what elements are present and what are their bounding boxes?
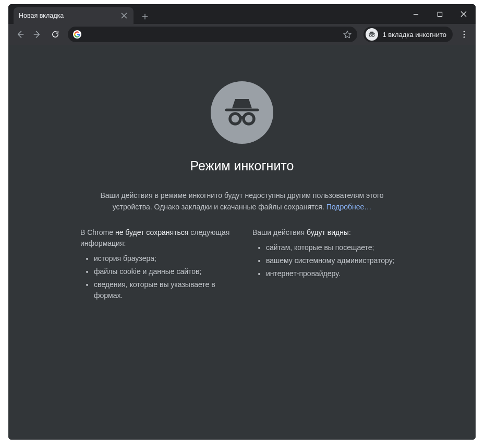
tab-title: Новая вкладка <box>19 12 116 19</box>
content-area: Режим инкогнито Ваши действия в режиме и… <box>8 45 476 440</box>
svg-point-4 <box>464 34 465 35</box>
incognito-badge-icon <box>366 28 378 41</box>
plus-icon <box>141 13 149 20</box>
titlebar: Новая вкладка <box>8 4 476 24</box>
browser-window: Новая вкладка <box>8 4 476 440</box>
back-button[interactable] <box>11 26 28 43</box>
minimize-button[interactable] <box>404 4 428 24</box>
maximize-icon <box>437 11 443 17</box>
svg-point-3 <box>464 31 465 32</box>
incognito-chip[interactable]: 1 вкладка инкогнито <box>363 27 453 42</box>
list-item: файлы cookie и данные сайтов; <box>94 266 232 277</box>
forward-button[interactable] <box>29 26 46 43</box>
new-tab-button[interactable] <box>138 9 152 24</box>
svg-point-7 <box>244 114 254 124</box>
not-saved-column: В Chrome не будет сохраняться следующая … <box>80 227 232 303</box>
visible-to-column: Ваши действия будут видны: сайтам, котор… <box>252 227 404 303</box>
list-item: история браузера; <box>94 253 232 264</box>
close-tab-button[interactable] <box>120 11 128 20</box>
intro-text: Ваши действия в режиме инкогнито будут н… <box>96 190 388 213</box>
close-icon <box>120 11 128 20</box>
maximize-button[interactable] <box>428 4 452 24</box>
tabstrip: Новая вкладка <box>8 4 404 24</box>
not-saved-list: история браузера; файлы cookie и данные … <box>80 253 232 301</box>
bookmark-button[interactable] <box>343 30 352 39</box>
list-item: интернет-провайдеру. <box>266 268 404 279</box>
list-item: сайтам, которые вы посещаете; <box>266 242 404 253</box>
menu-button[interactable] <box>456 26 472 43</box>
learn-more-link[interactable]: Подробнее… <box>326 203 372 211</box>
svg-rect-0 <box>438 12 442 16</box>
window-controls <box>404 4 476 24</box>
list-item: вашему системному администратору; <box>266 255 404 266</box>
close-icon <box>460 11 467 17</box>
tab-active[interactable]: Новая вкладка <box>14 7 134 24</box>
arrow-left-icon <box>15 29 25 40</box>
svg-point-2 <box>372 34 374 36</box>
list-item: сведения, которые вы указываете в формах… <box>94 279 232 301</box>
reload-icon <box>51 30 60 39</box>
page-title: Режим инкогнито <box>190 158 294 173</box>
svg-point-1 <box>370 34 372 36</box>
kebab-icon <box>459 30 469 39</box>
info-columns: В Chrome не будет сохраняться следующая … <box>80 227 404 303</box>
visible-to-list: сайтам, которые вы посещаете; вашему сис… <box>252 242 404 279</box>
toolbar: 1 вкладка инкогнито <box>8 24 476 45</box>
google-icon <box>73 30 81 39</box>
arrow-right-icon <box>32 29 43 40</box>
address-bar[interactable] <box>68 27 357 42</box>
incognito-hero-icon <box>211 81 273 144</box>
minimize-icon <box>413 11 419 17</box>
window-close-button[interactable] <box>452 4 476 24</box>
incognito-icon <box>223 94 261 131</box>
incognito-chip-label: 1 вкладка инкогнито <box>382 31 446 39</box>
not-saved-heading: В Chrome не будет сохраняться следующая … <box>80 227 232 249</box>
star-icon <box>343 30 352 39</box>
reload-button[interactable] <box>47 26 64 43</box>
address-input[interactable] <box>87 30 338 39</box>
visible-to-heading: Ваши действия будут видны: <box>252 227 404 238</box>
svg-point-6 <box>230 114 240 124</box>
svg-point-5 <box>464 36 465 38</box>
incognito-icon <box>368 30 376 39</box>
